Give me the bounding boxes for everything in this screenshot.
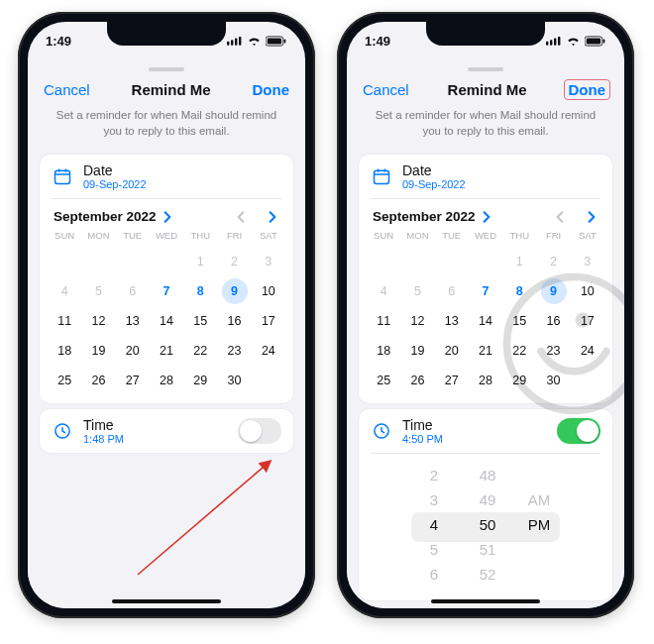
chevron-right-icon [161,210,174,224]
calendar-day[interactable]: 5 [400,278,434,304]
calendar-day[interactable]: 8 [183,278,217,304]
month-button[interactable]: September 2022 [54,209,174,224]
calendar-day[interactable]: 27 [435,368,469,393]
calendar-day[interactable]: 20 [435,338,469,364]
home-indicator[interactable] [112,599,221,603]
calendar-day[interactable]: 7 [150,278,183,304]
calendar-day[interactable]: 21 [150,338,183,364]
calendar-day[interactable]: 15 [183,308,217,334]
calendar-day[interactable]: 25 [367,368,400,393]
calendar-day[interactable]: 9 [217,278,251,304]
minute-wheel[interactable]: 47484950515253 [466,460,509,590]
calendar-day[interactable]: 7 [469,278,502,304]
calendar-icon [52,165,73,187]
calendar-day[interactable]: 13 [116,308,150,334]
calendar-day[interactable]: 23 [217,338,251,364]
time-toggle[interactable] [238,418,281,444]
calendar-day[interactable]: 18 [48,338,81,364]
calendar-day[interactable]: 1 [502,249,536,274]
date-row[interactable]: Date 09-Sep-2022 [359,155,612,198]
time-toggle[interactable] [557,418,600,444]
calendar-day[interactable]: 23 [536,338,570,364]
calendar-day[interactable]: 11 [367,308,400,334]
ampm-wheel[interactable]: AMPM [519,460,559,590]
calendar-day[interactable]: 8 [502,278,536,304]
calendar-day[interactable]: 22 [183,338,217,364]
calendar-day[interactable]: 12 [400,308,434,334]
calendar-day[interactable]: 6 [435,278,469,304]
prev-month-button[interactable] [234,210,248,224]
dow-label: WED [150,230,183,245]
calendar-day[interactable]: 26 [400,368,434,393]
home-indicator[interactable] [431,599,540,603]
picker-value: 48 [480,465,496,486]
calendar-day[interactable]: 19 [81,338,115,364]
calendar-day[interactable]: 13 [435,308,469,334]
calendar-day[interactable]: 18 [367,338,400,364]
subtitle-text: Set a reminder for when Mail should remi… [347,108,624,149]
date-card: Date 09-Sep-2022 September 2022 [359,155,612,403]
calendar-day[interactable]: 20 [116,338,150,364]
calendar-day[interactable]: 22 [502,338,536,364]
cancel-button[interactable]: Cancel [42,79,92,100]
calendar-day[interactable]: 16 [217,308,251,334]
calendar-day[interactable]: 10 [571,278,604,304]
done-button[interactable]: Done [251,79,292,100]
calendar-day[interactable]: 26 [81,368,115,393]
dow-label: SAT [252,230,285,245]
calendar-day[interactable]: 24 [252,338,285,364]
calendar-day[interactable]: 11 [48,308,81,334]
calendar-day[interactable]: 4 [48,278,81,304]
picker-value: 7 [430,589,438,590]
sheet-handle[interactable] [468,67,503,71]
hour-wheel[interactable]: 1234567 [412,460,456,590]
dow-label: THU [502,230,536,245]
calendar-day[interactable]: 2 [536,249,570,274]
time-card: Time 1:48 PM [40,409,293,453]
calendar-day[interactable]: 5 [81,278,115,304]
status-icons [227,36,287,47]
calendar-day[interactable]: 25 [48,368,81,393]
calendar-day[interactable]: 14 [469,308,502,334]
calendar-day[interactable]: 21 [469,338,502,364]
calendar-day[interactable]: 29 [502,368,536,393]
month-button[interactable]: September 2022 [373,209,493,224]
calendar-day[interactable]: 28 [150,368,183,393]
calendar-day[interactable]: 30 [536,368,570,393]
modal-sheet: Cancel Remind Me Done Set a reminder for… [28,61,305,608]
calendar-day[interactable]: 4 [367,278,400,304]
calendar-day[interactable]: 2 [217,249,251,274]
calendar-day[interactable]: 12 [81,308,115,334]
dow-label: MON [400,230,434,245]
subtitle-text: Set a reminder for when Mail should remi… [28,108,305,149]
date-row[interactable]: Date 09-Sep-2022 [40,155,293,198]
calendar-day[interactable]: 24 [571,338,604,364]
calendar-day[interactable]: 30 [217,368,251,393]
calendar-day[interactable]: 1 [183,249,217,274]
calendar-day[interactable]: 9 [536,278,570,304]
sheet-handle[interactable] [149,67,184,71]
calendar-day[interactable]: 17 [252,308,285,334]
next-month-button[interactable] [266,210,279,224]
cancel-button[interactable]: Cancel [361,79,411,100]
calendar-day[interactable]: 27 [116,368,150,393]
calendar-grid[interactable]: SUNMONTUEWEDTHUFRISAT 123456789101112131… [40,230,293,403]
calendar-day[interactable]: 3 [252,249,285,274]
done-button[interactable]: Done [564,79,611,100]
calendar-day[interactable]: 6 [116,278,150,304]
time-picker[interactable]: 1234567 47484950515253 AMPM [359,454,612,600]
prev-month-button[interactable] [553,210,567,224]
calendar-day[interactable]: 16 [536,308,570,334]
calendar-day[interactable]: 15 [502,308,536,334]
calendar-grid[interactable]: SUNMONTUEWEDTHUFRISAT 123456789101112131… [359,230,612,403]
calendar-day[interactable]: 10 [252,278,285,304]
calendar-day[interactable]: 29 [183,368,217,393]
calendar-day[interactable]: 3 [571,249,604,274]
calendar-day[interactable]: 19 [400,338,434,364]
calendar-day[interactable]: 17 [571,308,604,334]
calendar-day[interactable]: 14 [150,308,183,334]
calendar-day[interactable]: 28 [469,368,502,393]
svg-rect-6 [284,39,286,43]
svg-rect-2 [235,39,237,46]
next-month-button[interactable] [585,210,599,224]
